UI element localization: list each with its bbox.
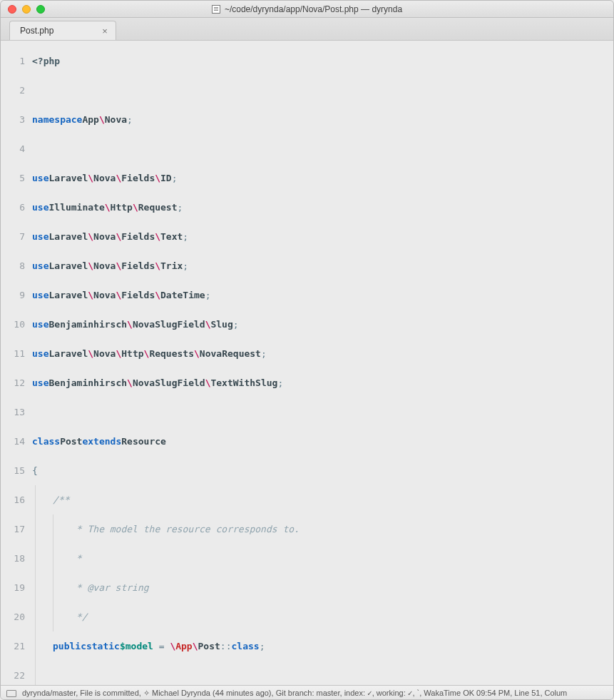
editor-area[interactable]: 1 2 3 4 5 6 7 8 9 10 11 12 13 14 15 16 1… xyxy=(1,41,613,685)
line-number: 21 xyxy=(1,631,32,661)
line-number: 13 xyxy=(1,397,32,427)
code-line: use Laravel\Nova\Http\Requests\NovaReque… xyxy=(32,339,613,368)
line-number: 3 xyxy=(1,105,32,134)
tab-bar: Post.php × xyxy=(1,18,613,41)
code-line: { xyxy=(32,456,613,485)
line-number: 6 xyxy=(1,193,32,222)
code-line: * The model the resource corresponds to. xyxy=(32,514,613,544)
code-content[interactable]: <?php namespace App\Nova; use Laravel\No… xyxy=(32,41,613,685)
code-line: use Laravel\Nova\Fields\DateTime; xyxy=(32,280,613,310)
line-number: 18 xyxy=(1,544,32,573)
code-line: use Laravel\Nova\Fields\Text; xyxy=(32,222,613,251)
code-line: /** xyxy=(32,485,613,514)
code-line xyxy=(32,76,613,105)
line-number: 14 xyxy=(1,427,32,456)
code-line: use Benjaminhirsch\NovaSlugField\TextWit… xyxy=(32,368,613,397)
line-number: 5 xyxy=(1,163,32,193)
code-line: * @var string xyxy=(32,573,613,602)
line-number: 12 xyxy=(1,368,32,397)
tab-label: Post.php xyxy=(20,26,53,36)
window-title: ~/code/dyrynda/app/Nova/Post.php — dyryn… xyxy=(1,4,613,14)
close-tab-icon[interactable]: × xyxy=(100,26,110,36)
line-number: 1 xyxy=(1,46,32,76)
line-gutter: 1 2 3 4 5 6 7 8 9 10 11 12 13 14 15 16 1… xyxy=(1,41,32,685)
window-title-text: ~/code/dyrynda/app/Nova/Post.php — dyryn… xyxy=(225,4,402,14)
code-line xyxy=(32,134,613,163)
line-number: 17 xyxy=(1,514,32,544)
line-number: 20 xyxy=(1,602,32,631)
code-line xyxy=(32,661,613,685)
line-number: 19 xyxy=(1,573,32,602)
line-number: 2 xyxy=(1,76,32,105)
code-line: namespace App\Nova; xyxy=(32,105,613,134)
line-number: 11 xyxy=(1,339,32,368)
document-icon xyxy=(212,5,220,14)
code-line: public static $model = \App\Post::class; xyxy=(32,631,613,661)
code-line xyxy=(32,397,613,427)
code-line: <?php xyxy=(32,46,613,76)
code-line: class Post extends Resource xyxy=(32,427,613,456)
code-line: */ xyxy=(32,602,613,631)
line-number: 22 xyxy=(1,661,32,685)
titlebar: ~/code/dyrynda/app/Nova/Post.php — dyryn… xyxy=(1,1,613,18)
line-number: 16 xyxy=(1,485,32,514)
line-number: 4 xyxy=(1,134,32,163)
line-number: 10 xyxy=(1,310,32,339)
code-line: use Laravel\Nova\Fields\ID; xyxy=(32,163,613,193)
panel-icon[interactable] xyxy=(6,690,16,697)
code-line: use Benjaminhirsch\NovaSlugField\Slug; xyxy=(32,310,613,339)
code-line: use Laravel\Nova\Fields\Trix; xyxy=(32,251,613,280)
line-number: 9 xyxy=(1,280,32,310)
code-line: * xyxy=(32,544,613,573)
line-number: 8 xyxy=(1,251,32,280)
line-number: 7 xyxy=(1,222,32,251)
tab-post-php[interactable]: Post.php × xyxy=(9,21,116,40)
status-text: dyrynda/master, File is committed, ✧ Mic… xyxy=(22,689,567,698)
line-number: 15 xyxy=(1,456,32,485)
code-line: use Illuminate\Http\Request; xyxy=(32,193,613,222)
status-bar: dyrynda/master, File is committed, ✧ Mic… xyxy=(1,685,613,700)
